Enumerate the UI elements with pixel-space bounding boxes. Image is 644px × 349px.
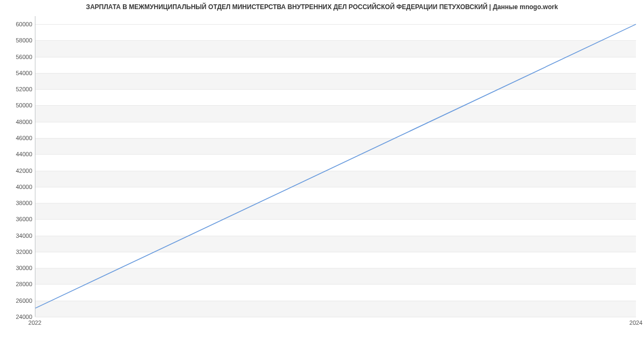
y-tick-label: 60000 <box>5 21 32 27</box>
y-tick-label: 28000 <box>5 281 32 287</box>
plot-area <box>35 16 636 317</box>
line-series <box>35 16 636 316</box>
y-tick-label: 30000 <box>5 265 32 271</box>
y-tick-label: 54000 <box>5 70 32 76</box>
y-tick-label: 42000 <box>5 168 32 174</box>
y-tick-label: 44000 <box>5 151 32 157</box>
chart-title: ЗАРПЛАТА В МЕЖМУНИЦИПАЛЬНЫЙ ОТДЕЛ МИНИСТ… <box>0 3 644 11</box>
y-tick-label: 38000 <box>5 200 32 206</box>
x-tick-label: 2022 <box>28 319 41 326</box>
y-tick-label: 56000 <box>5 54 32 60</box>
y-tick-label: 40000 <box>5 184 32 190</box>
y-tick-label: 46000 <box>5 135 32 141</box>
salary-line <box>35 24 636 308</box>
x-tick-label: 2024 <box>630 319 642 326</box>
y-tick-label: 26000 <box>5 297 32 304</box>
y-tick-label: 32000 <box>5 249 32 255</box>
y-tick-label: 50000 <box>5 102 32 108</box>
chart-container: ЗАРПЛАТА В МЕЖМУНИЦИПАЛЬНЫЙ ОТДЕЛ МИНИСТ… <box>0 0 644 338</box>
gridline <box>35 317 636 317</box>
y-tick-label: 34000 <box>5 232 32 239</box>
y-tick-label: 48000 <box>5 119 32 125</box>
y-tick-label: 36000 <box>5 216 32 222</box>
y-tick-label: 58000 <box>5 37 32 43</box>
y-tick-label: 52000 <box>5 86 32 92</box>
